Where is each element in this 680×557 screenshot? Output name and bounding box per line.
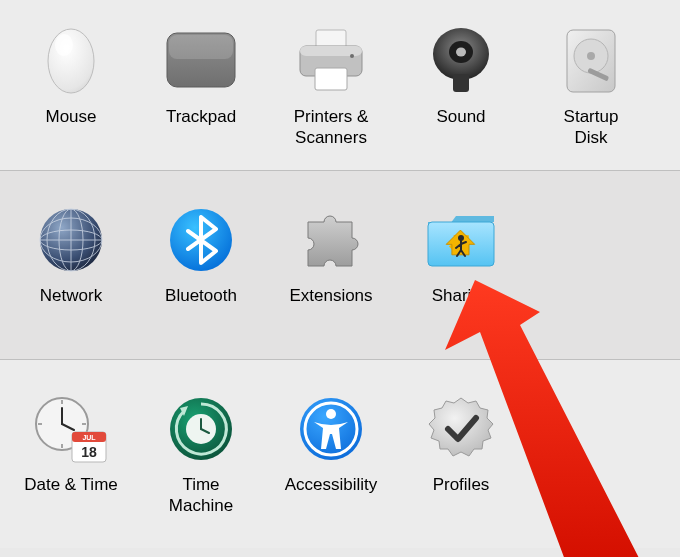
mouse-icon xyxy=(32,22,110,100)
svg-point-1 xyxy=(55,34,73,56)
svg-point-46 xyxy=(326,409,336,419)
pref-bluetooth[interactable]: Bluetooth xyxy=(136,201,266,329)
svg-rect-3 xyxy=(169,35,233,59)
prefs-row-2: Network Bluetooth xyxy=(0,171,680,359)
pref-label: Bluetooth xyxy=(165,285,237,329)
pref-label: Printers & Scanners xyxy=(294,106,369,150)
pref-label: Sharing xyxy=(432,285,491,329)
pref-sharing[interactable]: Sharing xyxy=(396,201,526,329)
svg-text:JUL: JUL xyxy=(82,434,96,441)
pref-label: Time Machine xyxy=(169,474,233,518)
pref-printers-scanners[interactable]: Printers & Scanners xyxy=(266,22,396,150)
pref-label: Mouse xyxy=(45,106,96,150)
pref-label: Startup Disk xyxy=(564,106,619,150)
svg-point-11 xyxy=(456,48,466,57)
clock-calendar-icon: JUL 18 xyxy=(32,390,110,468)
pref-mouse[interactable]: Mouse xyxy=(6,22,136,150)
prefs-row-3: JUL 18 Date & Time xyxy=(0,360,680,548)
pref-label: Accessibility xyxy=(285,474,378,518)
pref-label: Network xyxy=(40,285,102,329)
pref-startup-disk[interactable]: Startup Disk xyxy=(526,22,656,150)
pref-time-machine[interactable]: Time Machine xyxy=(136,390,266,518)
pref-label: Date & Time xyxy=(24,474,118,518)
speaker-icon xyxy=(422,22,500,100)
pref-date-time[interactable]: JUL 18 Date & Time xyxy=(6,390,136,518)
svg-text:18: 18 xyxy=(81,444,97,460)
pref-label: Sound xyxy=(436,106,485,150)
pref-trackpad[interactable]: Trackpad xyxy=(136,22,266,150)
prefs-row-1: Mouse Trackpad xyxy=(0,0,680,170)
profiles-badge-icon xyxy=(422,390,500,468)
svg-rect-12 xyxy=(453,74,469,92)
pref-sound[interactable]: Sound xyxy=(396,22,526,150)
pref-label: Extensions xyxy=(289,285,372,329)
printer-icon xyxy=(292,22,370,100)
bluetooth-icon xyxy=(162,201,240,279)
network-globe-icon xyxy=(32,201,110,279)
svg-rect-7 xyxy=(315,68,347,90)
pref-profiles[interactable]: Profiles xyxy=(396,390,526,518)
svg-rect-4 xyxy=(316,30,346,48)
pref-accessibility[interactable]: Accessibility xyxy=(266,390,396,518)
trackpad-icon xyxy=(162,22,240,100)
puzzle-piece-icon xyxy=(292,201,370,279)
svg-point-8 xyxy=(350,54,354,58)
time-machine-icon xyxy=(162,390,240,468)
svg-point-15 xyxy=(587,52,595,60)
pref-label: Profiles xyxy=(433,474,490,518)
hard-drive-icon xyxy=(552,22,630,100)
accessibility-icon xyxy=(292,390,370,468)
sharing-folder-icon xyxy=(422,201,500,279)
pref-label: Trackpad xyxy=(166,106,236,150)
pref-extensions[interactable]: Extensions xyxy=(266,201,396,329)
pref-network[interactable]: Network xyxy=(6,201,136,329)
